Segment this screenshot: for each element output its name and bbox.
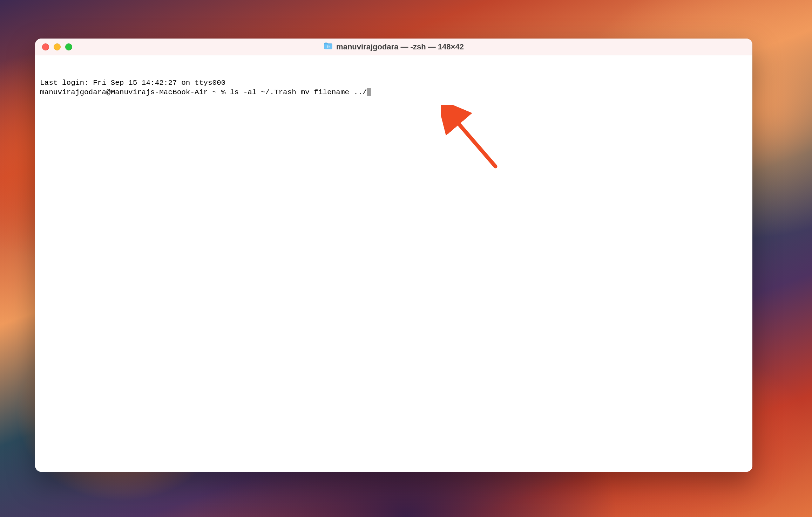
terminal-window[interactable]: manuvirajgodara — -zsh — 148×42 Last log… (35, 39, 752, 472)
svg-line-4 (452, 116, 495, 166)
traffic-lights (35, 43, 72, 50)
last-login-line: Last login: Fri Sep 15 14:42:27 on ttys0… (40, 78, 747, 88)
svg-rect-1 (328, 45, 329, 46)
window-title-text: manuvirajgodara — -zsh — 148×42 (336, 42, 464, 51)
shell-prompt: manuvirajgodara@Manuvirajs-MacBook-Air ~… (40, 88, 230, 96)
window-title: manuvirajgodara — -zsh — 148×42 (324, 42, 464, 52)
annotation-arrow-icon (414, 96, 511, 188)
prompt-line: manuvirajgodara@Manuvirajs-MacBook-Air ~… (40, 88, 747, 97)
window-close-button[interactable] (42, 43, 49, 50)
folder-icon (324, 42, 333, 52)
text-cursor (367, 88, 371, 96)
terminal-content[interactable]: Last login: Fri Sep 15 14:42:27 on ttys0… (35, 55, 752, 472)
command-input[interactable]: ls -al ~/.Trash mv filename ../ (230, 88, 367, 96)
window-minimize-button[interactable] (54, 43, 61, 50)
window-titlebar[interactable]: manuvirajgodara — -zsh — 148×42 (35, 39, 752, 55)
window-maximize-button[interactable] (65, 43, 72, 50)
svg-rect-2 (328, 47, 329, 48)
